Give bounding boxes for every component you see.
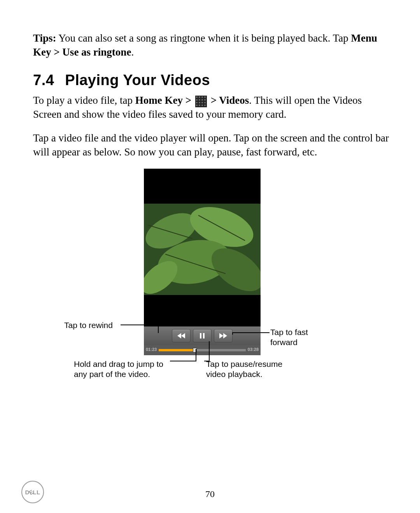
svg-rect-8 xyxy=(200,333,201,339)
apps-grid-icon xyxy=(195,96,207,107)
leaves-image xyxy=(144,204,261,295)
p1-t1: To play a video file, tap xyxy=(33,94,135,106)
paragraph-1: To play a video file, tap Home Key > > V… xyxy=(33,93,391,122)
time-elapsed: 01:23 xyxy=(146,347,157,352)
video-frame xyxy=(144,204,261,295)
leader-line xyxy=(121,325,158,325)
svg-marker-7 xyxy=(181,333,185,339)
svg-marker-11 xyxy=(223,333,227,339)
p1-bold-videos: > Videos xyxy=(208,94,249,106)
page-number: 70 xyxy=(0,489,420,499)
tips-text-1: You can also set a song as ringtone when… xyxy=(56,32,351,44)
section-number: 7.4 xyxy=(33,72,54,88)
fast-forward-button[interactable] xyxy=(214,329,233,342)
section-heading: 7.4Playing Your Videos xyxy=(33,72,391,89)
p1-bold-home: Home Key > xyxy=(135,94,194,106)
control-bar xyxy=(144,326,261,345)
callout-drag: Hold and drag to jump to any part of the… xyxy=(74,359,171,380)
leader-line xyxy=(170,361,196,361)
phone-screenshot: 01:23 03:28 xyxy=(144,169,261,355)
svg-rect-9 xyxy=(203,333,205,339)
svg-marker-10 xyxy=(219,333,223,339)
leader-line xyxy=(158,325,159,333)
time-total: 03:28 xyxy=(248,347,259,352)
pause-button[interactable] xyxy=(193,329,212,342)
section-title: Playing Your Videos xyxy=(65,72,210,88)
leader-line xyxy=(196,349,196,361)
rewind-icon xyxy=(177,333,185,339)
tips-paragraph: Tips: You can also set a song as rington… xyxy=(33,31,391,59)
fast-forward-icon xyxy=(219,333,227,339)
progress-fill xyxy=(159,349,194,351)
dell-logo: DELL xyxy=(21,481,44,503)
callout-pause-resume: Tap to pause/resume video playback. xyxy=(206,359,296,380)
leader-line xyxy=(209,341,210,361)
callout-fast-forward: Tap to fast forward xyxy=(270,327,332,348)
progress-bar[interactable]: 01:23 03:28 xyxy=(144,345,261,355)
video-player-figure: 01:23 03:28 Tap to rewind Tap to fast fo… xyxy=(33,169,391,386)
pause-icon xyxy=(200,333,205,339)
svg-marker-6 xyxy=(177,333,181,339)
leader-line xyxy=(232,332,233,335)
tips-label: Tips: xyxy=(33,32,56,44)
tips-text-2: . xyxy=(131,46,134,58)
callout-rewind: Tap to rewind xyxy=(64,320,113,330)
rewind-button[interactable] xyxy=(172,329,191,342)
leader-line xyxy=(232,332,270,333)
paragraph-2: Tap a video file and the video player wi… xyxy=(33,131,391,159)
